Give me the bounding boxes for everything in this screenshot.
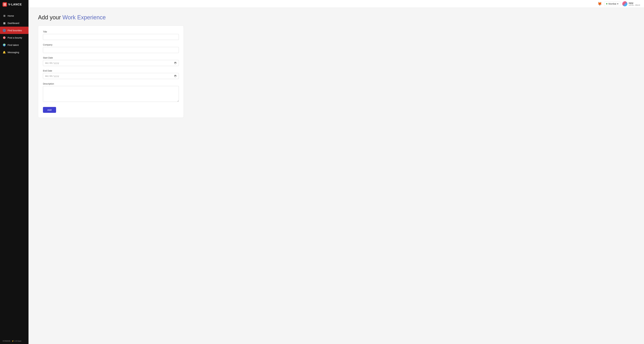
chevron-down-icon: ▾ bbox=[617, 3, 618, 5]
page-title-accent: Work Experience bbox=[62, 14, 106, 21]
description-label: Description bbox=[43, 83, 179, 85]
header: 🦊 Mumbai ▾ eqxy 0xD4e...08b1E bbox=[28, 0, 644, 8]
network-status-dot bbox=[606, 3, 608, 5]
user-name: eqxy bbox=[629, 2, 640, 4]
page-title-static: Add your bbox=[38, 14, 62, 21]
avatar-image bbox=[622, 1, 627, 6]
sidebar-item-find-talent-label: Find talent bbox=[8, 44, 19, 46]
svg-rect-1 bbox=[5, 3, 6, 4]
sidebar-footer: 37258335 · ⚡ 2.8 Gwei bbox=[0, 338, 28, 344]
svg-rect-3 bbox=[5, 5, 6, 6]
find-talent-icon: 🌍 bbox=[2, 43, 6, 47]
sidebar-item-post-bounty[interactable]: 🎯 Post a bounty bbox=[0, 34, 28, 41]
start-date-label: Start Date bbox=[43, 57, 179, 59]
network-name: Mumbai bbox=[608, 3, 616, 5]
title-label: Title bbox=[43, 31, 179, 33]
app-logo: V-LANCE bbox=[0, 0, 28, 9]
end-date-field-group: End Date bbox=[43, 70, 179, 79]
user-address: 0xD4e...08b1E bbox=[629, 4, 640, 6]
content-area: Add your Work Experience Title Company S… bbox=[28, 8, 644, 344]
start-date-input[interactable] bbox=[43, 60, 179, 66]
end-date-label: End Date bbox=[43, 70, 179, 72]
find-bounties-icon: 🌐 bbox=[2, 29, 6, 32]
sidebar-item-find-talent[interactable]: 🌍 Find talent bbox=[0, 41, 28, 49]
title-input[interactable] bbox=[43, 34, 179, 40]
sidebar-item-home-label: Home bbox=[8, 15, 14, 17]
metamask-icon: 🦊 bbox=[597, 1, 602, 6]
description-field-group: Description bbox=[43, 83, 179, 102]
sidebar-item-find-bounties[interactable]: 🌐 Find bounties bbox=[0, 27, 28, 34]
network-selector[interactable]: Mumbai ▾ bbox=[604, 2, 620, 6]
work-experience-form-card: Title Company Start Date End Date Descri… bbox=[38, 26, 184, 118]
main-area: 🦊 Mumbai ▾ eqxy 0xD4e...08b1E Add your W… bbox=[28, 0, 644, 344]
sidebar-item-post-bounty-label: Post a bounty bbox=[8, 36, 22, 39]
post-bounty-icon: 🎯 bbox=[2, 36, 6, 39]
logo-icon bbox=[2, 2, 7, 7]
sidebar-navigation: ⊞ Home ▦ Dashboard 🌐 Find bounties 🎯 Pos… bbox=[0, 12, 28, 338]
description-textarea[interactable] bbox=[43, 86, 179, 102]
add-button[interactable]: Add bbox=[43, 107, 56, 113]
metamask-fox-icon: 🦊 bbox=[598, 2, 602, 6]
title-field-group: Title bbox=[43, 31, 179, 40]
sidebar-item-dashboard[interactable]: ▦ Dashboard bbox=[0, 19, 28, 27]
avatar bbox=[622, 1, 627, 6]
page-title: Add your Work Experience bbox=[38, 14, 634, 21]
footer-text: 37258335 · ⚡ 2.8 Gwei bbox=[2, 340, 22, 342]
end-date-input[interactable] bbox=[43, 73, 179, 79]
dashboard-icon: ▦ bbox=[2, 21, 6, 25]
sidebar: V-LANCE ⊞ Home ▦ Dashboard 🌐 Find bounti… bbox=[0, 0, 28, 344]
company-label: Company bbox=[43, 44, 179, 46]
sidebar-item-messaging[interactable]: 🔔 Messaging bbox=[0, 49, 28, 56]
company-input[interactable] bbox=[43, 47, 179, 53]
home-icon: ⊞ bbox=[2, 14, 6, 18]
messaging-icon: 🔔 bbox=[2, 51, 6, 54]
user-info: eqxy 0xD4e...08b1E bbox=[629, 2, 640, 6]
start-date-field-group: Start Date bbox=[43, 57, 179, 66]
svg-rect-2 bbox=[4, 5, 4, 6]
user-profile[interactable]: eqxy 0xD4e...08b1E bbox=[622, 1, 640, 6]
company-field-group: Company bbox=[43, 44, 179, 53]
sidebar-item-home[interactable]: ⊞ Home bbox=[0, 12, 28, 19]
sidebar-item-find-bounties-label: Find bounties bbox=[8, 29, 22, 32]
svg-rect-0 bbox=[4, 3, 4, 4]
logo-text: V-LANCE bbox=[8, 3, 22, 6]
sidebar-item-dashboard-label: Dashboard bbox=[8, 22, 19, 25]
sidebar-item-messaging-label: Messaging bbox=[8, 51, 19, 54]
